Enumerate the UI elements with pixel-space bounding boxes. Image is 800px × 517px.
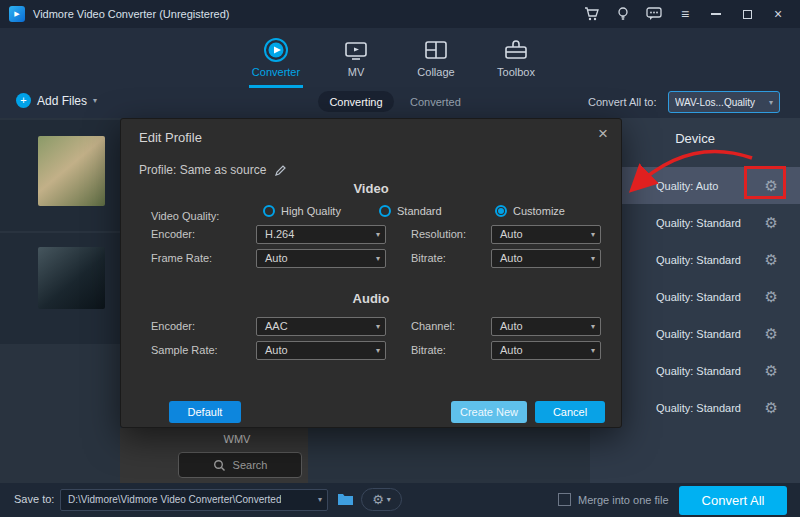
radio-selected-icon bbox=[495, 205, 507, 217]
tab-label: Converter bbox=[252, 66, 300, 78]
audio-encoder-label: Encoder: bbox=[151, 317, 195, 336]
lamp-icon[interactable] bbox=[615, 6, 631, 22]
output-settings-button[interactable]: ⚙ ▾ bbox=[361, 488, 402, 511]
add-files-button[interactable]: + Add Files ▾ bbox=[16, 93, 97, 108]
gear-icon[interactable]: ⚙ bbox=[765, 399, 778, 417]
default-button[interactable]: Default bbox=[169, 401, 241, 423]
audio-section-title: Audio bbox=[121, 291, 621, 306]
video-quality-label: Video Quality: bbox=[151, 207, 219, 226]
gear-icon[interactable]: ⚙ bbox=[765, 362, 778, 380]
menu-icon[interactable]: ≡ bbox=[677, 6, 693, 22]
profile-row-label: Quality: Standard bbox=[656, 291, 741, 303]
select-value: Auto bbox=[500, 226, 523, 243]
titlebar-actions: ≡ × bbox=[584, 6, 800, 22]
chevron-down-icon: ▾ bbox=[376, 226, 380, 243]
channel-label: Channel: bbox=[411, 317, 455, 336]
merge-checkbox-row[interactable]: Merge into one file bbox=[558, 493, 669, 506]
search-icon bbox=[213, 459, 226, 472]
chevron-down-icon: ▾ bbox=[318, 490, 322, 510]
tab-converting[interactable]: Converting bbox=[318, 91, 394, 112]
save-path-select[interactable]: D:\Vidmore\Vidmore Video Converter\Conve… bbox=[60, 489, 328, 511]
app-window: ▶ Vidmore Video Converter (Unregistered)… bbox=[0, 0, 800, 517]
dialog-title: Edit Profile bbox=[139, 130, 202, 145]
edit-pencil-icon[interactable] bbox=[274, 164, 287, 177]
audio-bitrate-select[interactable]: Auto ▾ bbox=[491, 341, 601, 360]
frame-rate-label: Frame Rate: bbox=[151, 249, 212, 268]
video-encoder-select[interactable]: H.264 ▾ bbox=[256, 225, 386, 244]
save-path-value: D:\Vidmore\Vidmore Video Converter\Conve… bbox=[68, 490, 281, 510]
radio-standard[interactable]: Standard bbox=[379, 205, 442, 217]
save-to-label: Save to: bbox=[14, 493, 54, 505]
profile-row-label: Quality: Standard bbox=[656, 328, 741, 340]
tab-label: Collage bbox=[417, 66, 454, 78]
resolution-select[interactable]: Auto ▾ bbox=[491, 225, 601, 244]
app-logo-icon: ▶ bbox=[9, 6, 25, 22]
video-section-title: Video bbox=[121, 181, 621, 196]
channel-select[interactable]: Auto ▾ bbox=[491, 317, 601, 336]
frame-rate-select[interactable]: Auto ▾ bbox=[256, 249, 386, 268]
close-icon[interactable]: × bbox=[598, 124, 608, 144]
video-bitrate-label: Bitrate: bbox=[411, 249, 446, 268]
main-nav: Converter MV Collage Toolbox bbox=[0, 28, 800, 88]
search-placeholder: Search bbox=[233, 459, 268, 471]
mv-icon bbox=[344, 36, 368, 64]
gear-icon[interactable]: ⚙ bbox=[765, 251, 778, 269]
profile-row-label: Quality: Standard bbox=[656, 217, 741, 229]
video-thumbnail[interactable] bbox=[38, 136, 105, 206]
chevron-down-icon: ▾ bbox=[376, 318, 380, 335]
tab-converter[interactable]: Converter bbox=[243, 28, 309, 88]
format-list-panel: WMV Search bbox=[120, 428, 308, 483]
output-format-select[interactable]: WAV-Los...Quality ▾ bbox=[668, 91, 780, 113]
maximize-icon[interactable] bbox=[739, 6, 755, 22]
select-value: Auto bbox=[500, 318, 523, 335]
search-input[interactable]: Search bbox=[178, 452, 302, 478]
tab-label: Toolbox bbox=[497, 66, 535, 78]
merge-checkbox[interactable] bbox=[558, 493, 571, 506]
converter-icon bbox=[263, 36, 289, 64]
chevron-down-icon: ▾ bbox=[769, 98, 773, 107]
bottom-bar: Save to: D:\Vidmore\Vidmore Video Conver… bbox=[0, 483, 800, 517]
minimize-icon[interactable] bbox=[708, 6, 724, 22]
tab-toolbox[interactable]: Toolbox bbox=[483, 28, 549, 88]
chevron-down-icon: ▾ bbox=[591, 318, 595, 335]
feedback-icon[interactable] bbox=[646, 6, 662, 22]
radio-customize[interactable]: Customize bbox=[495, 205, 565, 217]
radio-label: Customize bbox=[513, 205, 565, 217]
tab-mv[interactable]: MV bbox=[323, 28, 389, 88]
tab-collage[interactable]: Collage bbox=[403, 28, 469, 88]
radio-icon bbox=[263, 205, 275, 217]
cart-icon[interactable] bbox=[584, 6, 600, 22]
video-thumbnail[interactable] bbox=[38, 247, 105, 309]
plus-icon: + bbox=[16, 93, 31, 108]
radio-label: Standard bbox=[397, 205, 442, 217]
audio-encoder-select[interactable]: AAC ▾ bbox=[256, 317, 386, 336]
sample-rate-select[interactable]: Auto ▾ bbox=[256, 341, 386, 360]
tab-converted[interactable]: Converted bbox=[410, 91, 461, 112]
audio-bitrate-label: Bitrate: bbox=[411, 341, 446, 360]
collage-icon bbox=[424, 36, 448, 64]
close-icon[interactable]: × bbox=[770, 6, 786, 22]
add-files-label: Add Files bbox=[37, 94, 87, 108]
sample-rate-label: Sample Rate: bbox=[151, 341, 218, 360]
create-new-button[interactable]: Create New bbox=[451, 401, 527, 423]
profile-row-label: Quality: Standard bbox=[656, 402, 741, 414]
profile-source-row: Profile: Same as source bbox=[139, 163, 287, 177]
tab-label: MV bbox=[348, 66, 365, 78]
format-item-wmv[interactable]: WMV bbox=[177, 433, 297, 445]
chevron-down-icon: ▾ bbox=[591, 342, 595, 359]
gear-icon[interactable]: ⚙ bbox=[765, 288, 778, 306]
video-bitrate-select[interactable]: Auto ▾ bbox=[491, 249, 601, 268]
nav-tabs: Converter MV Collage Toolbox bbox=[243, 28, 549, 88]
gear-icon: ⚙ bbox=[372, 492, 384, 507]
cancel-button[interactable]: Cancel bbox=[535, 401, 605, 423]
radio-high-quality[interactable]: High Quality bbox=[263, 205, 341, 217]
chevron-down-icon[interactable]: ▾ bbox=[93, 96, 97, 105]
gear-icon[interactable]: ⚙ bbox=[765, 177, 778, 195]
convert-all-button[interactable]: Convert All bbox=[679, 486, 787, 515]
toolbox-icon bbox=[504, 36, 528, 64]
gear-icon[interactable]: ⚙ bbox=[765, 325, 778, 343]
edit-profile-dialog: Edit Profile × Profile: Same as source V… bbox=[120, 118, 622, 428]
radio-icon bbox=[379, 205, 391, 217]
open-folder-button[interactable] bbox=[337, 492, 354, 506]
gear-icon[interactable]: ⚙ bbox=[765, 214, 778, 232]
